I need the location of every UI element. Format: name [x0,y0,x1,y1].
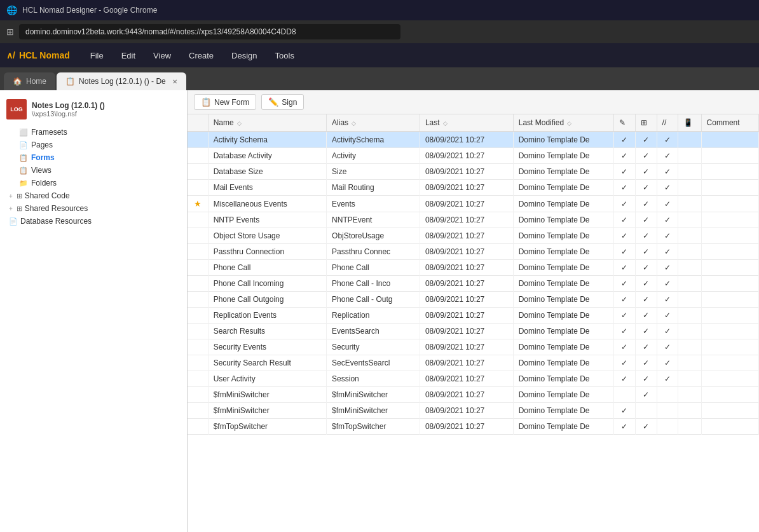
col-header-name[interactable]: Name ◇ [208,114,326,132]
sign-button[interactable]: ✏️ Sign [261,94,304,110]
folders-icon: 📁 [19,179,28,188]
row-alias: Activity [327,148,420,164]
table-body: Activity SchemaActivitySchema08/09/2021 … [188,132,759,435]
tab-active[interactable]: 📋 Notes Log (12.0.1) () - De ✕ [57,72,186,90]
row-check-c3: ✓ [657,164,678,180]
sort-name-icon: ◇ [237,120,242,126]
row-check-c3: ✓ [657,212,678,228]
table-row[interactable]: Database SizeSize08/09/2021 10:27Domino … [188,164,759,180]
sidebar-item-label: Views [31,166,51,175]
row-name: Passthru Connection [208,244,326,260]
table-row[interactable]: Object Store UsageObjStoreUsage08/09/202… [188,228,759,244]
row-check-c3: ✓ [657,308,678,324]
row-name: Activity Schema [208,132,326,148]
table-row[interactable]: ★Miscellaneous EventsEvents08/09/2021 10… [188,196,759,212]
row-check-c4 [678,180,701,196]
db-title: Notes Log (12.0.1) () [32,101,105,110]
row-name: Object Store Usage [208,228,326,244]
tab-close-button[interactable]: ✕ [172,78,177,85]
table-row[interactable]: User ActivitySession08/09/2021 10:27Domi… [188,371,759,387]
logo-symbol: ∧/ [6,50,15,60]
row-comment [701,292,758,308]
right-panel: 📋 New Form ✏️ Sign Name ◇ [188,90,759,532]
row-comment [701,355,758,371]
table-row[interactable]: Passthru ConnectionPassthru Connec08/09/… [188,244,759,260]
row-check-c2: ✓ [635,324,657,339]
row-comment [701,244,758,260]
table-row[interactable]: Database ActivityActivity08/09/2021 10:2… [188,148,759,164]
table-row[interactable]: Activity SchemaActivitySchema08/09/2021 … [188,132,759,148]
menu-file[interactable]: File [83,48,111,63]
sidebar-item-label: Folders [31,179,57,188]
row-check-c1: ✓ [613,355,635,371]
table-row[interactable]: Phone Call OutgoingPhone Call - Outg08/0… [188,292,759,308]
row-check-c4 [678,164,701,180]
row-comment [701,212,758,228]
title-bar-text: HCL Nomad Designer - Google Chrome [22,6,157,15]
table-row[interactable]: Phone Call IncomingPhone Call - Inco08/0… [188,276,759,292]
menu-design[interactable]: Design [224,48,264,63]
table-row[interactable]: Phone CallPhone Call08/09/2021 10:27Domi… [188,260,759,276]
sort-lastmod-icon: ◇ [567,120,571,126]
forms-table: Name ◇ Alias ◇ Last ◇ Last Modified [188,114,759,435]
sidebar-item-views[interactable]: 📋 Views [0,164,187,177]
col-header-last[interactable]: Last ◇ [420,114,513,132]
table-row[interactable]: NNTP EventsNNTPEvent08/09/2021 10:27Domi… [188,212,759,228]
row-check-c4 [678,132,701,148]
row-check-c3: ✓ [657,180,678,196]
row-check-c1: ✓ [613,276,635,292]
sidebar-item-label: Pages [31,140,53,149]
row-lastmod: Domino Template De [513,228,613,244]
row-check-c3: ✓ [657,355,678,371]
col-header-lastmod[interactable]: Last Modified ◇ [513,114,613,132]
sidebar-tree: ⬜ Framesets 📄 Pages 📋 Forms 📋 Views 📁 Fo [0,123,187,230]
tab-home[interactable]: 🏠 Home [4,72,55,90]
table-row[interactable]: $fmMiniSwitcher$fmMiniSwitcher08/09/2021… [188,403,759,419]
row-comment [701,132,758,148]
menu-create[interactable]: Create [181,48,221,63]
menu-tools[interactable]: Tools [268,48,302,63]
row-name: Replication Events [208,308,326,324]
row-check-c4 [678,228,701,244]
menu-view[interactable]: View [146,48,179,63]
row-check-c2: ✓ [635,148,657,164]
new-form-button[interactable]: 📋 New Form [194,94,256,110]
table-row[interactable]: Mail EventsMail Routing08/09/2021 10:27D… [188,180,759,196]
table-row[interactable]: Security EventsSecurity08/09/2021 10:27D… [188,339,759,355]
new-form-icon: 📋 [201,97,211,107]
row-lastmod: Domino Template De [513,244,613,260]
sidebar-item-label: Shared Resources [25,204,88,213]
row-alias: Replication [327,308,420,324]
table-row[interactable]: Replication EventsReplication08/09/2021 … [188,308,759,324]
row-name: Search Results [208,324,326,339]
table-row[interactable]: $fmTopSwitcher$fmTopSwitcher08/09/2021 1… [188,419,759,435]
row-last: 08/09/2021 10:27 [420,387,513,403]
menu-edit[interactable]: Edit [114,48,143,63]
sidebar-item-databaseresources[interactable]: 📄 Database Resources [0,215,187,228]
row-check-c4 [678,196,701,212]
col-header-alias[interactable]: Alias ◇ [327,114,420,132]
row-comment [701,324,758,339]
table-row[interactable]: Security Search ResultSecEventsSearcl08/… [188,355,759,371]
col-header-c4: 📱 [678,114,701,132]
forms-table-container: Name ◇ Alias ◇ Last ◇ Last Modified [188,114,759,532]
row-check-c4 [678,387,701,403]
row-last: 08/09/2021 10:27 [420,196,513,212]
sidebar-item-forms[interactable]: 📋 Forms [0,151,187,164]
address-input[interactable] [19,24,400,39]
sidebar-item-framesets[interactable]: ⬜ Framesets [0,126,187,139]
sharedresources-icon: ⊞ [17,205,22,213]
sidebar-item-sharedresources[interactable]: + ⊞ Shared Resources [0,202,187,215]
framesets-icon: ⬜ [19,128,28,137]
sidebar-item-sharedcode[interactable]: + ⊞ Shared Code [0,189,187,202]
views-icon: 📋 [19,167,28,175]
sidebar-item-folders[interactable]: 📁 Folders [0,177,187,189]
row-check-c1 [613,387,635,403]
table-row[interactable]: Search ResultsEventsSearch08/09/2021 10:… [188,324,759,339]
sidebar-item-pages[interactable]: 📄 Pages [0,139,187,151]
row-check-c2: ✓ [635,339,657,355]
hcl-logo: ∧/ HCL Nomad [6,50,70,60]
table-row[interactable]: $fmMiniSwitcher$fmMiniSwitcher08/09/2021… [188,387,759,403]
row-star-cell [188,132,208,148]
row-name: User Activity [208,371,326,387]
